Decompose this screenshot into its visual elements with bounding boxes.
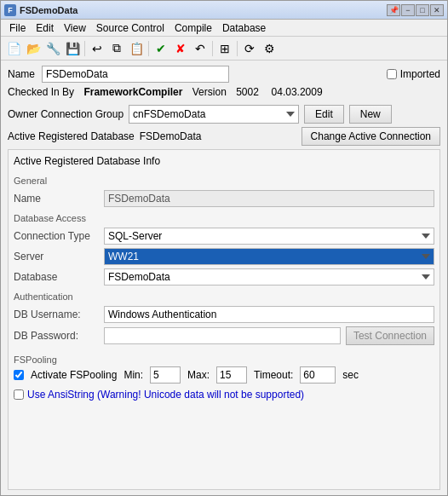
conn-type-label: Connection Type: [14, 230, 99, 242]
server-row: Server WW21: [14, 247, 434, 266]
active-reg-row: Active Registered Database FSDemoData Ch…: [8, 127, 440, 146]
test-conn-button[interactable]: Test Connection: [346, 326, 434, 345]
toolbar-cross[interactable]: ✘: [171, 39, 190, 58]
conn-type-row: Connection Type SQL-Server: [14, 227, 434, 245]
info-box: Active Registered Database Info General …: [8, 149, 440, 490]
toolbar-sep-3: [212, 41, 213, 56]
toolbar-copy[interactable]: ⧉: [107, 39, 126, 58]
sec-label: sec: [342, 369, 359, 381]
auth-section-label: Authentication: [14, 291, 434, 302]
title-bar: F FSDemoData 📌 − □ ✕: [1, 1, 447, 20]
timeout-label: Timeout:: [254, 369, 293, 381]
ansistring-checkbox[interactable]: [14, 389, 24, 400]
imported-row: Imported: [387, 68, 440, 80]
server-label: Server: [14, 251, 99, 262]
min-input[interactable]: [150, 366, 181, 384]
server-select[interactable]: WW21: [104, 248, 434, 265]
toolbar-undo[interactable]: ↩: [88, 39, 106, 58]
conn-group-dropdown[interactable]: cnFSDemoData: [129, 105, 299, 124]
toolbar-grid[interactable]: ⊞: [215, 39, 234, 58]
conn-group-label: Owner Connection Group: [8, 108, 123, 120]
menu-source-control[interactable]: Source Control: [91, 20, 169, 36]
imported-checkbox[interactable]: [387, 69, 397, 79]
toolbar-settings[interactable]: ⚙: [260, 39, 279, 58]
db-username-row: DB Username:: [14, 305, 434, 324]
title-bar-buttons: 📌 − □ ✕: [387, 4, 444, 16]
toolbar-back[interactable]: ↶: [191, 39, 210, 58]
conn-type-select[interactable]: SQL-Server: [104, 228, 434, 245]
checkedin-row: Checked In By FrameworkCompiler Version …: [8, 86, 440, 98]
conn-group-row: Owner Connection Group cnFSDemoData Edit…: [8, 105, 440, 124]
close-button[interactable]: ✕: [430, 4, 444, 16]
database-label: Database: [14, 271, 99, 283]
general-name-input[interactable]: [104, 190, 434, 207]
pin-button[interactable]: 📌: [387, 4, 400, 16]
fspooling-section: FSPooling Activate FSPooling Min: Max: T…: [14, 351, 434, 384]
minimize-button[interactable]: −: [401, 4, 415, 16]
name-input[interactable]: [42, 66, 229, 83]
name-label: Name: [8, 68, 35, 80]
toolbar-save[interactable]: 💾: [63, 39, 82, 58]
checkedin-label: Checked In By: [8, 86, 74, 98]
max-input[interactable]: [216, 366, 247, 384]
menu-bar: File Edit View Source Control Compile Da…: [1, 20, 447, 37]
toolbar-new[interactable]: 📄: [4, 39, 23, 58]
info-box-title: Active Registered Database Info: [14, 155, 434, 167]
fspooling-inner: Activate FSPooling Min: Max: Timeout: se…: [14, 366, 434, 384]
db-password-input[interactable]: [104, 327, 341, 344]
db-username-input[interactable]: [104, 306, 434, 323]
toolbar-plugin[interactable]: 🔧: [43, 39, 62, 58]
toolbar-sep-2: [148, 41, 149, 56]
new-button[interactable]: New: [349, 105, 392, 124]
max-label: Max:: [187, 369, 210, 381]
name-row: Name Imported: [8, 66, 440, 83]
active-reg-value: FSDemoData: [140, 130, 202, 142]
checkedin-version-label: Version: [192, 86, 227, 98]
general-name-row: Name: [14, 189, 434, 208]
activate-fspooling-checkbox[interactable]: [14, 370, 24, 380]
db-access-section-label: Database Access: [14, 213, 434, 223]
menu-compile[interactable]: Compile: [169, 20, 217, 36]
menu-edit[interactable]: Edit: [31, 20, 59, 36]
window-icon: F: [4, 4, 16, 16]
window-title: FSDemoData: [20, 5, 387, 15]
maximize-button[interactable]: □: [416, 4, 429, 16]
toolbar-check[interactable]: ✔: [152, 39, 170, 58]
warning-text: Use AnsiString (Warning! Unicode data wi…: [27, 389, 304, 401]
imported-label: Imported: [400, 68, 440, 80]
menu-view[interactable]: View: [59, 20, 91, 36]
min-label: Min:: [123, 369, 143, 381]
database-row: Database FSDemoData: [14, 268, 434, 286]
db-password-row: DB Password: Test Connection: [14, 326, 434, 346]
checkedin-version: 5002: [236, 86, 259, 98]
main-window: F FSDemoData 📌 − □ ✕ File Edit View Sour…: [0, 0, 448, 496]
timeout-input[interactable]: [300, 366, 336, 384]
change-conn-button[interactable]: Change Active Connection: [302, 127, 440, 146]
db-username-label: DB Username:: [14, 309, 99, 320]
warning-row: Use AnsiString (Warning! Unicode data wi…: [14, 389, 434, 401]
edit-button[interactable]: Edit: [304, 105, 344, 124]
toolbar-refresh[interactable]: ⟳: [240, 39, 259, 58]
toolbar-open[interactable]: 📂: [24, 39, 43, 58]
menu-database[interactable]: Database: [217, 20, 271, 36]
toolbar: 📄 📂 🔧 💾 ↩ ⧉ 📋 ✔ ✘ ↶ ⊞ ⟳ ⚙: [1, 37, 447, 61]
checkedin-date: 04.03.2009: [272, 86, 323, 98]
toolbar-sep-1: [84, 41, 85, 56]
fspooling-section-label: FSPooling: [14, 355, 434, 365]
checkedin-user: FrameworkCompiler: [83, 86, 182, 98]
database-select[interactable]: FSDemoData: [104, 268, 434, 285]
content-area: Name Imported Checked In By FrameworkCom…: [1, 61, 447, 495]
menu-file[interactable]: File: [4, 20, 31, 36]
activate-label: Activate FSPooling: [31, 369, 117, 381]
active-reg-label: Active Registered Database: [8, 130, 135, 142]
db-password-label: DB Password:: [14, 330, 99, 342]
general-name-label: Name: [14, 193, 99, 205]
toolbar-sep-4: [237, 41, 238, 56]
toolbar-paste[interactable]: 📋: [127, 39, 146, 58]
general-section-label: General: [14, 176, 434, 186]
